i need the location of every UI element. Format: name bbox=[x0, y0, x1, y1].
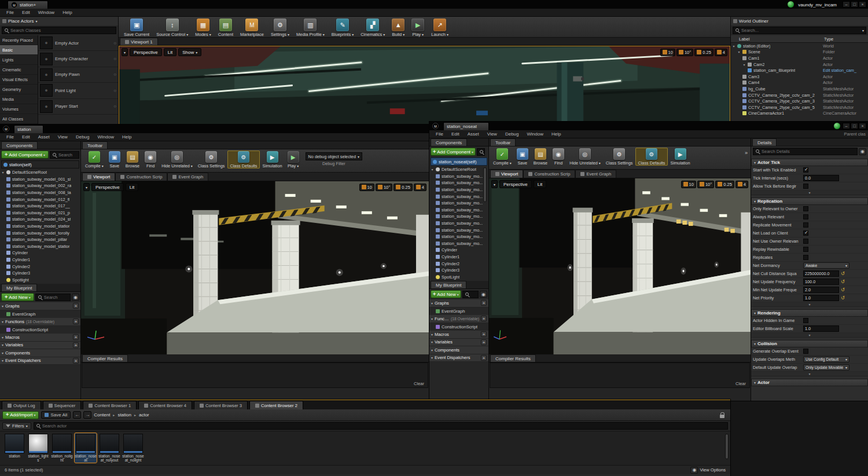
details-section-header[interactable]: ▾Actor bbox=[751, 379, 868, 386]
menu-item[interactable]: Help bbox=[58, 10, 76, 15]
component-tree-item[interactable]: station_subway_model_024_st bbox=[0, 216, 80, 223]
viewport-tab[interactable]: Viewport 1 bbox=[120, 38, 158, 45]
drag-grip-icon[interactable]: ○ bbox=[113, 41, 116, 46]
toolbar-button[interactable]: Settings▾ bbox=[268, 17, 292, 37]
lit-mode-button[interactable]: Lit bbox=[534, 180, 546, 188]
toolbar-button[interactable]: Modes▾ bbox=[192, 17, 214, 37]
chevron-down-icon[interactable]: ▾ bbox=[599, 161, 601, 165]
outliner-row[interactable]: ▾station (Editor) World bbox=[731, 43, 868, 49]
menu-item[interactable]: Help bbox=[547, 131, 565, 137]
my-blueprint-row[interactable]: EventGraph bbox=[0, 310, 80, 318]
component-tree-item[interactable]: station_subway_mo... bbox=[429, 226, 488, 233]
outliner-row[interactable]: CCTV_Camera_2type_cctv_cam_3 StaticMeshA… bbox=[731, 98, 868, 104]
toolbar-button[interactable]: Class Settings bbox=[604, 148, 635, 166]
details-search-input[interactable] bbox=[762, 149, 855, 154]
component-tree-item[interactable]: ▾ DefaultSceneRoot bbox=[0, 169, 80, 176]
place-actors-category[interactable]: Visual Effects bbox=[0, 75, 38, 85]
component-tree-item[interactable]: Cylinder3 bbox=[429, 267, 488, 274]
document-tab[interactable]: Construction Scrip bbox=[523, 170, 575, 178]
toolbar-button[interactable]: Content bbox=[215, 17, 236, 37]
show-button[interactable]: Show▾ bbox=[178, 48, 201, 56]
component-tree-item[interactable]: Cylinder bbox=[429, 247, 488, 254]
component-tree-item[interactable]: station_subway_model_012_fl bbox=[0, 196, 80, 203]
asset-tile[interactable]: station_noseat_nolight bbox=[122, 433, 144, 463]
chevron-down-icon[interactable]: ▾ bbox=[422, 32, 424, 36]
toolbar-button[interactable]: Source Control▾ bbox=[153, 17, 191, 37]
my-blueprint-search[interactable] bbox=[462, 291, 479, 298]
compiler-results-tab[interactable]: Compiler Results bbox=[490, 354, 536, 362]
checkbox[interactable] bbox=[803, 349, 808, 354]
toolbar-button[interactable]: Find bbox=[142, 151, 159, 169]
add-icon[interactable]: + bbox=[73, 334, 79, 340]
component-tree-item[interactable]: station_subway_mo... bbox=[429, 213, 488, 220]
component-tree-item[interactable]: station_subway_mo... bbox=[429, 173, 488, 180]
viewport-stat-chip[interactable]: 10° bbox=[376, 184, 392, 191]
viewport-stat-chip[interactable]: 10 bbox=[660, 49, 675, 56]
menu-item[interactable]: Edit bbox=[18, 134, 34, 140]
main-titlebar[interactable]: station+ vaundy_mv_incam –□× bbox=[0, 0, 868, 9]
add-component-button[interactable]: +Add Component▾ bbox=[1, 151, 49, 159]
value-field[interactable]: 225000000.0 bbox=[803, 270, 839, 277]
viewport-stat-chip[interactable]: 10° bbox=[697, 181, 714, 188]
details-search[interactable] bbox=[753, 148, 858, 155]
details-section-header[interactable]: ▾Collision bbox=[751, 340, 868, 347]
drag-grip-icon[interactable]: ○ bbox=[113, 104, 116, 109]
outliner-search-input[interactable] bbox=[741, 28, 861, 33]
menu-item[interactable]: Edit bbox=[18, 10, 34, 15]
my-blueprint-row[interactable]: ConstructionScript bbox=[0, 326, 80, 334]
reset-to-default-icon[interactable]: ↺ bbox=[841, 271, 847, 276]
asset-tile[interactable]: station_lights bbox=[27, 433, 49, 463]
view-options-button[interactable]: ◉View Options bbox=[690, 467, 726, 474]
component-tree-item[interactable]: station_subway_mo... bbox=[429, 240, 488, 247]
chevron-down-icon[interactable]: ▾ bbox=[352, 32, 354, 36]
component-tree-item[interactable]: Cylinder3 bbox=[0, 270, 80, 277]
add-new-button[interactable]: +Add New▾ bbox=[1, 293, 34, 301]
components-search[interactable] bbox=[50, 151, 79, 159]
toolbar-button[interactable]: Media Profile▾ bbox=[293, 17, 328, 37]
toolbar-button[interactable]: Find bbox=[550, 148, 567, 166]
place-actors-category[interactable]: Basic bbox=[0, 45, 38, 55]
expand-arrow-icon[interactable]: ▾ bbox=[431, 167, 434, 171]
advanced-expander-icon[interactable]: ▾ bbox=[751, 191, 868, 195]
document-tab[interactable]: Event Graph bbox=[575, 170, 616, 178]
viewport-stat-chip[interactable]: 10° bbox=[676, 49, 693, 56]
close-icon[interactable]: × bbox=[859, 123, 866, 129]
add-icon[interactable]: + bbox=[481, 300, 487, 306]
my-blueprint-row[interactable]: Graphs + bbox=[429, 299, 488, 307]
chevron-down-icon[interactable]: ▾ bbox=[862, 28, 864, 32]
checkbox[interactable] bbox=[803, 239, 808, 244]
component-tree-item[interactable]: Cylinder2 bbox=[0, 263, 80, 270]
component-tree-item[interactable]: station_subway_model_statior bbox=[0, 243, 80, 250]
dock-tab[interactable]: Content Browser 1 bbox=[83, 401, 137, 409]
perspective-button[interactable]: Perspective bbox=[499, 180, 532, 188]
component-tree-item[interactable]: ▾ DefaultSceneRoot bbox=[429, 166, 488, 173]
components-panel-tab[interactable]: Components bbox=[1, 141, 38, 149]
toolbar-button[interactable]: Compile▾ bbox=[83, 151, 106, 169]
asset-tile[interactable]: station_nolight bbox=[51, 433, 73, 463]
checkbox[interactable] bbox=[803, 318, 808, 323]
value-field[interactable]: 0.0 bbox=[803, 175, 839, 181]
place-actors-item[interactable]: Player Start○ bbox=[38, 99, 118, 115]
viewport-stat-chip[interactable]: 0.25 bbox=[694, 49, 713, 56]
place-actors-item[interactable]: Empty Actor○ bbox=[38, 35, 118, 51]
maximize-icon[interactable]: □ bbox=[851, 123, 858, 129]
component-tree-item[interactable]: Cylinder bbox=[0, 250, 80, 257]
add-icon[interactable]: + bbox=[481, 316, 487, 321]
outliner-row[interactable]: Cam3 Actor bbox=[731, 74, 868, 80]
advanced-expander-icon[interactable]: ▾ bbox=[751, 333, 868, 338]
add-icon[interactable]: + bbox=[481, 331, 487, 337]
outliner-row[interactable]: ▾Scene Folder bbox=[731, 49, 868, 56]
my-blueprint-row[interactable]: Components bbox=[0, 349, 80, 357]
advanced-expander-icon[interactable]: ▾ bbox=[751, 302, 868, 307]
toolbar-tab[interactable]: Toolbar bbox=[82, 141, 108, 149]
my-blueprint-row[interactable]: Graphs + bbox=[0, 302, 80, 310]
asset-search[interactable] bbox=[34, 422, 728, 430]
toolbar-button[interactable]: Browse bbox=[531, 148, 550, 166]
menu-item[interactable]: Asset bbox=[464, 131, 483, 137]
menu-item[interactable]: Help bbox=[118, 134, 135, 140]
place-actors-search-input[interactable] bbox=[10, 28, 114, 33]
my-blueprint-row[interactable]: Functions (18 Overridable) + bbox=[429, 315, 488, 323]
my-blueprint-row[interactable]: Event Dispatchers + bbox=[0, 357, 80, 365]
component-tree-item[interactable]: station_subway_mo... bbox=[429, 200, 488, 207]
debug-object-dropdown[interactable]: No debug object selected▾ bbox=[306, 152, 362, 160]
